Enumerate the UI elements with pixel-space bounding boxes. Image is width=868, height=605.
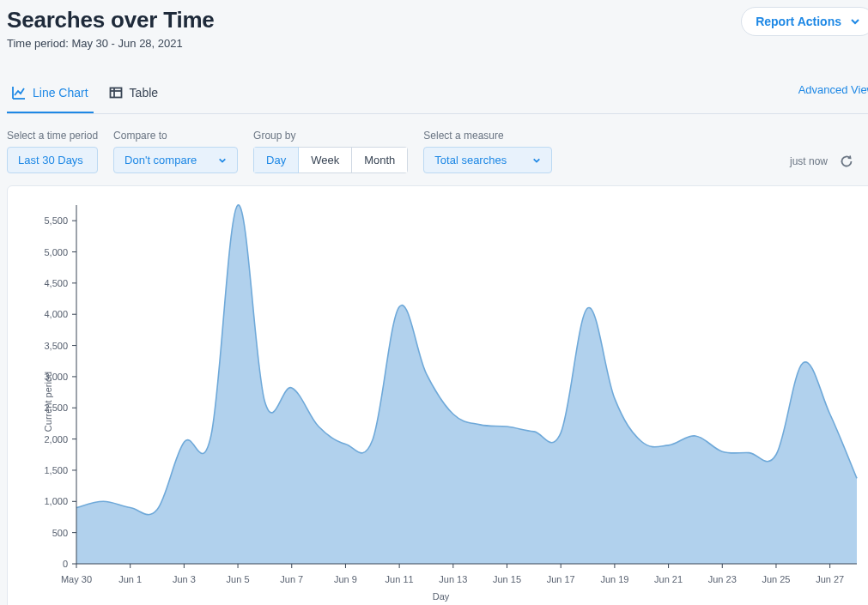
- y-tick-label: 5,000: [16, 247, 68, 257]
- y-tick-label: 2,500: [16, 402, 68, 413]
- y-tick-label: 0: [16, 559, 68, 569]
- measure-select[interactable]: Total searches: [423, 147, 552, 173]
- x-tick-label: Jun 5: [227, 574, 250, 584]
- y-tick-label: 500: [16, 528, 68, 538]
- y-tick-label: 2,000: [16, 434, 68, 445]
- chevron-down-icon: [218, 156, 227, 165]
- x-tick-label: Jun 15: [493, 574, 521, 584]
- chart-plot-area[interactable]: [76, 205, 857, 564]
- x-tick-label: Jun 21: [654, 574, 683, 584]
- tab-line-chart[interactable]: Line Chart: [7, 77, 94, 113]
- compare-label: Compare to: [113, 130, 238, 142]
- tab-label: Line Chart: [33, 86, 88, 100]
- advanced-view-link[interactable]: Advanced View: [798, 83, 868, 108]
- y-tick-label: 4,000: [16, 309, 68, 319]
- y-tick-label: 4,500: [16, 278, 68, 288]
- x-axis-title: Day: [21, 591, 860, 602]
- x-tick-label: Jun 11: [385, 574, 414, 584]
- x-tick-label: Jun 27: [816, 574, 844, 584]
- svg-rect-0: [110, 88, 121, 98]
- x-tick-label: Jun 19: [600, 574, 628, 584]
- x-tick-label: Jun 3: [173, 574, 196, 584]
- time-period-label: Select a time period: [7, 130, 98, 142]
- x-tick-label: Jun 1: [118, 574, 142, 584]
- last-updated-text: just now: [790, 155, 828, 167]
- compare-value: Don't compare: [124, 154, 197, 166]
- x-tick-label: Jun 17: [547, 574, 575, 584]
- y-tick-label: 1,000: [16, 496, 68, 506]
- x-tick-label: Jun 7: [280, 574, 303, 584]
- y-tick-label: 5,500: [16, 215, 68, 226]
- table-icon: [109, 86, 123, 100]
- y-tick-label: 3,000: [16, 372, 68, 382]
- group-by-month[interactable]: Month: [352, 147, 408, 173]
- x-tick-label: Jun 25: [762, 574, 790, 584]
- chart-card: Current period 05001,0001,5002,0002,5003…: [7, 185, 868, 605]
- x-tick-label: Jun 23: [708, 574, 737, 584]
- group-by-week[interactable]: Week: [299, 147, 352, 173]
- report-actions-label: Report Actions: [756, 15, 841, 28]
- group-by-day[interactable]: Day: [253, 147, 299, 173]
- report-actions-button[interactable]: Report Actions: [741, 7, 868, 36]
- x-tick-label: Jun 9: [334, 574, 357, 584]
- x-tick-label: Jun 13: [439, 574, 467, 584]
- group-by-segmented: Day Week Month: [253, 147, 408, 173]
- group-by-label: Group by: [253, 130, 408, 142]
- time-period-value: Last 30 Days: [18, 154, 83, 166]
- chevron-down-icon: [532, 156, 541, 165]
- y-tick-label: 1,500: [16, 465, 68, 475]
- tab-table[interactable]: Table: [104, 77, 163, 113]
- refresh-icon: [840, 154, 853, 168]
- time-period-select[interactable]: Last 30 Days: [7, 147, 98, 173]
- line-chart-icon: [12, 86, 26, 100]
- y-tick-label: 3,500: [16, 341, 68, 351]
- x-tick-label: May 30: [61, 574, 92, 584]
- time-period-subtitle: Time period: May 30 - Jun 28, 2021: [7, 37, 215, 50]
- compare-select[interactable]: Don't compare: [113, 147, 238, 173]
- chevron-down-icon: [850, 16, 860, 27]
- tab-label: Table: [130, 86, 158, 100]
- page-title: Searches over Time: [7, 7, 215, 33]
- measure-label: Select a measure: [423, 130, 552, 142]
- measure-value: Total searches: [434, 154, 507, 166]
- refresh-button[interactable]: [840, 154, 853, 168]
